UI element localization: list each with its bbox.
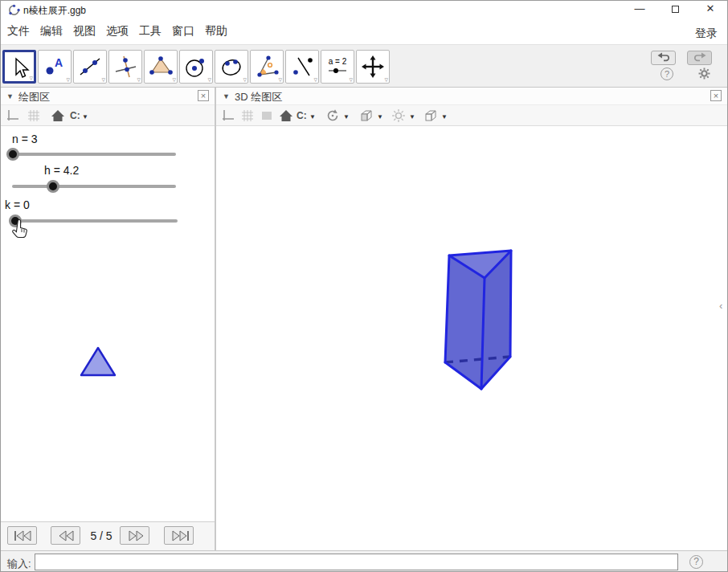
ellipse-icon [219,55,243,79]
input-bar: 输入: ? [1,550,727,572]
tool-move-view-button[interactable]: ▿ [356,50,390,84]
login-link[interactable]: 登录 [695,27,718,41]
move-view-icon [361,55,385,79]
chevron-down-icon[interactable]: ▼ [441,113,448,121]
window-title: n棱柱展开.ggb [23,4,86,18]
slider-k-label: k = 0 [5,198,30,211]
menu-options[interactable]: 选项 [106,24,129,39]
axes-icon[interactable] [6,108,20,123]
point-capturing-label[interactable]: C: [70,110,80,121]
view-direction-cube-icon[interactable] [359,108,374,123]
chevron-down-icon[interactable]: ▼ [82,113,88,121]
plane-icon[interactable] [260,108,274,123]
input-help-icon[interactable]: ? [689,555,703,569]
hand-cursor-icon [11,219,29,239]
command-input[interactable] [35,554,678,570]
graphics3d-stylebar: C: ▼ ▼ ▼ ▼ ▼ [216,105,728,126]
panel3d-collapse-icon[interactable]: ▼ [223,92,230,100]
panel-collapse-icon[interactable]: ▼ [6,92,14,100]
panel-collapse-arrow-icon[interactable]: ‹ [719,300,722,312]
point-icon: A [43,55,67,79]
tool-perpendicular-button[interactable]: ▿ [108,50,142,84]
nav-first-button[interactable] [7,526,37,545]
reflect-line-icon [290,55,314,79]
slider-n-track[interactable] [12,153,176,156]
angle-icon [255,55,279,79]
grid-icon[interactable] [27,108,41,123]
menu-edit[interactable]: 编辑 [40,24,63,39]
clipping-box-icon[interactable] [423,108,438,123]
svg-text:a = 2: a = 2 [329,57,347,66]
titlebar: n棱柱展开.ggb — ✕ [1,1,727,18]
tool-slider-button[interactable]: a = 2 ▿ [321,50,354,84]
close-button[interactable]: ✕ [697,1,724,18]
input-label: 输入: [7,557,31,571]
nav-last-button[interactable] [164,526,194,545]
graphics3d-panel-close-icon[interactable]: × [710,90,722,101]
triangle-object[interactable] [79,345,117,378]
redo-icon [693,51,706,63]
menu-window[interactable]: 窗口 [172,24,194,39]
menu-help[interactable]: 帮助 [205,24,227,39]
point-capturing-3d-label[interactable]: C: [297,110,307,121]
polygon-icon [149,55,173,79]
skip-last-icon [170,530,190,541]
maximize-button[interactable] [661,1,689,18]
nav-page-indicator: 5 / 5 [86,529,117,542]
slider-k-track[interactable] [12,219,178,223]
home-icon[interactable] [51,108,65,123]
slider-h-label: h = 4.2 [44,164,79,177]
chevron-down-icon[interactable]: ▼ [309,113,316,121]
tool-circle-button[interactable]: ▿ [179,50,213,84]
geogebra-logo-icon [8,4,20,16]
graphics3d-panel-header: ▼ 3D 绘图区 × [216,88,728,105]
chevron-down-icon[interactable]: ▼ [377,113,383,121]
circle-icon [184,55,208,79]
triangular-prism-object[interactable] [439,242,519,398]
slider-h-track[interactable] [12,185,176,188]
tool-line-button[interactable]: ▿ [73,50,107,84]
app-window: n棱柱展开.ggb — ✕ 文件 编辑 视图 选项 工具 窗口 帮助 登录 ▿ … [0,0,728,572]
chevron-down-icon[interactable]: ▼ [409,113,415,121]
graphics-panel-header: ▼ 绘图区 × [1,88,215,105]
menu-view[interactable]: 视图 [73,24,96,39]
tool-reflect-button[interactable]: ▿ [285,50,319,84]
redo-button[interactable] [687,51,712,65]
settings-gear-icon[interactable] [698,67,710,80]
nav-next-button[interactable] [120,526,149,545]
undo-button[interactable] [651,51,676,65]
animation-navbar: 5 / 5 [1,521,215,550]
graphics-stylebar: C: ▼ [1,105,215,126]
toolbar-help-icon[interactable]: ? [661,67,673,80]
minimize-button[interactable]: — [626,1,653,18]
slider-h-handle[interactable] [47,180,59,193]
menu-tools[interactable]: 工具 [139,24,162,39]
grid-3d-icon[interactable] [240,108,255,123]
skip-first-icon [14,530,33,541]
nav-prev-button[interactable] [51,526,80,545]
step-back-icon [57,530,76,541]
graphics3d-panel-title: 3D 绘图区 [235,90,282,104]
axes-3d-icon[interactable] [221,108,235,123]
tool-polygon-button[interactable]: ▿ [144,50,178,84]
menubar: 文件 编辑 视图 选项 工具 窗口 帮助 [1,18,727,44]
tool-point-button[interactable]: A ▿ [38,50,72,84]
home-3d-icon[interactable] [279,108,293,123]
svg-text:A: A [55,56,63,69]
tool-move-button[interactable]: ▿ [2,50,36,84]
slider-icon: a = 2 [325,55,350,79]
lighting-icon[interactable] [391,108,406,123]
perpendicular-line-icon [113,55,137,79]
step-forward-icon [126,530,145,541]
graphics-panel-close-icon[interactable]: × [198,90,209,101]
rotate-view-icon[interactable] [325,108,340,123]
tool-ellipse-button[interactable]: ▿ [215,50,248,84]
slider-n-handle[interactable] [6,148,19,161]
menu-file[interactable]: 文件 [7,24,30,39]
tool-angle-button[interactable]: ▿ [250,50,284,84]
undo-icon [657,51,670,63]
graphics-panel-title: 绘图区 [18,90,50,104]
slider-n-label: n = 3 [12,133,38,145]
line-icon [78,55,102,79]
chevron-down-icon[interactable]: ▼ [343,113,350,121]
